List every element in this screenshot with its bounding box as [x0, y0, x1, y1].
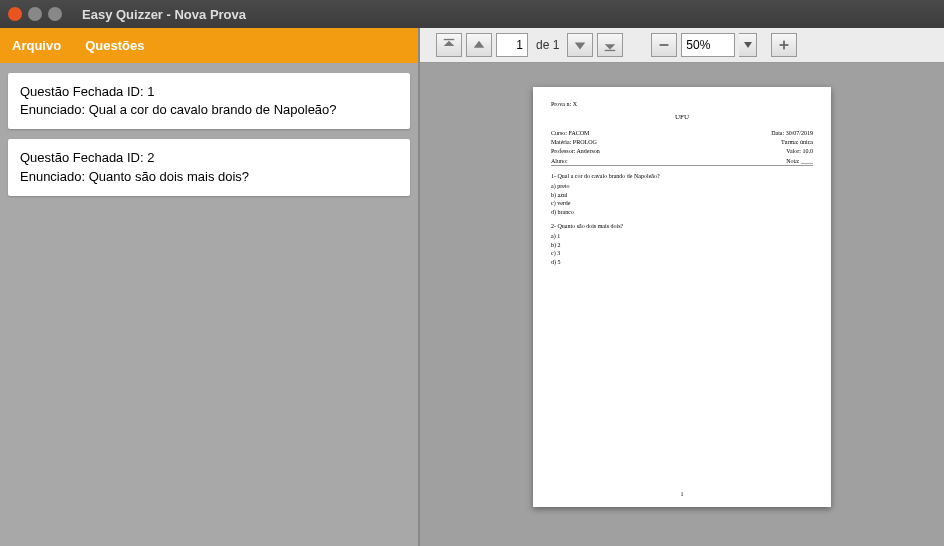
professor: Professor: Anderson: [551, 147, 600, 156]
window-title: Easy Quizzer - Nova Prova: [82, 7, 246, 22]
q2: 2- Quanto são dois mais dois?: [551, 222, 813, 230]
zoom-in-button[interactable]: [771, 33, 797, 57]
menu-questoes[interactable]: Questões: [85, 38, 144, 53]
preview-area[interactable]: Prova n: X UFU Curso: FACOM Matéria: PRO…: [420, 63, 944, 546]
question-id-line: Questão Fechada ID: 2: [20, 149, 398, 167]
curso: Curso: FACOM: [551, 129, 600, 138]
question-card[interactable]: Questão Fechada ID: 1 Enunciado: Qual a …: [8, 73, 410, 129]
q2-opt-d: d) 5: [551, 258, 813, 266]
q1: 1- Qual a cor do cavalo brando de Napole…: [551, 172, 813, 180]
turma: Turma: única: [771, 138, 813, 147]
q1-opt-a: a) preto: [551, 182, 813, 190]
q1-opt-d: d) branco: [551, 208, 813, 216]
svg-rect-4: [783, 41, 785, 50]
valor: Valor: 10.0: [771, 147, 813, 156]
left-panel: Arquivo Questões Questão Fechada ID: 1 E…: [0, 28, 420, 546]
close-icon[interactable]: [8, 7, 22, 21]
q1-options: a) preto b) azul c) verde d) branco: [551, 182, 813, 216]
preview-toolbar: de 1: [420, 28, 944, 63]
prova-label: Prova n: X: [551, 101, 813, 107]
data: Data: 30/07/2019: [771, 129, 813, 138]
aluno-label: Aluno:: [551, 158, 568, 164]
q2-options: a) 1 b) 2 c) 3 d) 5: [551, 232, 813, 266]
svg-rect-1: [605, 50, 616, 51]
page-input[interactable]: [496, 33, 528, 57]
svg-rect-2: [660, 44, 669, 46]
q2-opt-c: c) 3: [551, 249, 813, 257]
minimize-icon[interactable]: [28, 7, 42, 21]
menubar: Arquivo Questões: [0, 28, 418, 63]
q2-opt-b: b) 2: [551, 241, 813, 249]
question-list: Questão Fechada ID: 1 Enunciado: Qual a …: [0, 63, 418, 206]
q1-opt-b: b) azul: [551, 191, 813, 199]
titlebar: Easy Quizzer - Nova Prova: [0, 0, 944, 28]
materia: Matéria: PROLOG: [551, 138, 600, 147]
zoom-out-button[interactable]: [651, 33, 677, 57]
menu-arquivo[interactable]: Arquivo: [12, 38, 61, 53]
question-card[interactable]: Questão Fechada ID: 2 Enunciado: Quanto …: [8, 139, 410, 195]
page-number: 1: [533, 491, 831, 497]
question-stmt-line: Enunciado: Qual a cor do cavalo brando d…: [20, 101, 398, 119]
last-page-button[interactable]: [597, 33, 623, 57]
nota-label: Nota: ____: [786, 158, 813, 164]
right-panel: de 1 Prova n: X UFU: [420, 28, 944, 546]
first-page-button[interactable]: [436, 33, 462, 57]
page-total-label: de 1: [536, 38, 559, 52]
prev-page-button[interactable]: [466, 33, 492, 57]
question-id-line: Questão Fechada ID: 1: [20, 83, 398, 101]
question-stmt-line: Enunciado: Quanto são dois mais dois?: [20, 168, 398, 186]
q1-opt-c: c) verde: [551, 199, 813, 207]
institution: UFU: [551, 113, 813, 121]
next-page-button[interactable]: [567, 33, 593, 57]
zoom-dropdown[interactable]: [739, 33, 757, 57]
maximize-icon[interactable]: [48, 7, 62, 21]
document-page: Prova n: X UFU Curso: FACOM Matéria: PRO…: [533, 87, 831, 507]
q2-opt-a: a) 1: [551, 232, 813, 240]
zoom-input[interactable]: [681, 33, 735, 57]
svg-rect-0: [444, 39, 455, 40]
